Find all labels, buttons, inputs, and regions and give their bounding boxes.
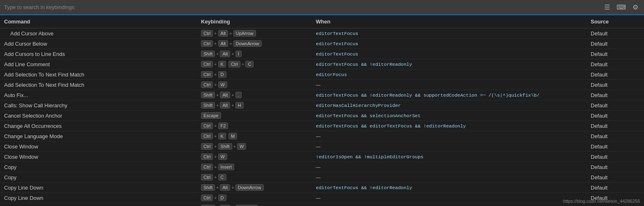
source-col: Default xyxy=(591,113,640,119)
command-label: Add Line Comment xyxy=(4,61,50,67)
command-col: ✎Add Cursor Above xyxy=(4,30,201,37)
table-row[interactable]: Copy Line DownShift+Alt+DownArroweditorT… xyxy=(0,183,644,193)
table-row[interactable]: Auto Fix...Shift+Alt+.editorTextFocus &&… xyxy=(0,90,644,100)
when-col: — xyxy=(316,144,591,149)
table-row[interactable]: ✎Add Cursor AboveCtrl+Alt+UpArroweditorT… xyxy=(0,28,644,39)
key-badge: Alt xyxy=(220,92,230,98)
key-badge: Ctrl xyxy=(201,194,213,201)
key-badge: Ctrl xyxy=(201,123,213,129)
toolbar-right: ☰ ⌨ ⚙ xyxy=(603,2,640,12)
key-badge: UpArrow xyxy=(233,30,256,37)
key-badge: DownArrow xyxy=(233,40,262,47)
key-separator: + xyxy=(214,195,217,200)
key-separator: + xyxy=(214,154,217,159)
command-label: Change Language Mode xyxy=(4,133,63,139)
source-col: Default xyxy=(591,30,640,37)
key-badge: Escape xyxy=(201,112,221,119)
key-badge: Ctrl xyxy=(201,30,213,37)
table-row[interactable]: CopyCtrl+C—Default xyxy=(0,172,644,183)
key-separator: + xyxy=(216,51,219,56)
keybinding-cell: Shift+Alt+H xyxy=(201,102,316,109)
key-badge: Shift xyxy=(201,184,215,191)
when-col: — xyxy=(316,175,591,180)
command-label: Add Selection To Next Find Match xyxy=(4,72,84,78)
table-row[interactable]: Add Cursors to Line EndsShift+Alt+Iedito… xyxy=(0,49,644,59)
header-command: Command xyxy=(4,19,201,25)
key-badge: Shift xyxy=(218,143,232,150)
key-badge: Shift xyxy=(201,92,215,98)
command-col: Close Window xyxy=(4,154,201,160)
header-source: Source xyxy=(591,19,640,25)
table-row[interactable]: Close WindowCtrl+Shift+W—Default xyxy=(0,141,644,152)
keybinding-cell: Ctrl+Insert xyxy=(201,164,316,170)
settings-icon[interactable]: ⚙ xyxy=(631,2,640,12)
sort-icon[interactable]: ☰ xyxy=(603,2,612,12)
key-badge: F2 xyxy=(218,123,228,129)
table-row[interactable]: Add Selection To Next Find MatchCtrl+Ded… xyxy=(0,69,644,80)
command-col: Change Language Mode xyxy=(4,133,201,139)
key-badge: K xyxy=(218,133,226,139)
key-separator: + xyxy=(233,144,236,149)
command-col: Copy xyxy=(4,164,201,170)
keybinding-cell: Ctrl+W xyxy=(201,81,316,88)
key-separator: + xyxy=(214,31,217,36)
command-label: Cancel Selection Anchor xyxy=(4,113,62,119)
key-badge: C xyxy=(218,174,226,181)
command-col: Copy Line Down xyxy=(4,195,201,201)
source-col: Default xyxy=(591,61,640,67)
source-col: Default xyxy=(591,185,640,191)
table-row[interactable]: Copy Line DownCtrl+D—Default xyxy=(0,193,644,203)
keybinding-cell: Ctrl+K M xyxy=(201,133,316,139)
table-row[interactable]: Add Selection To Next Find MatchCtrl+W—D… xyxy=(0,80,644,90)
when-col: — xyxy=(316,134,591,139)
key-badge: Ctrl xyxy=(201,81,213,88)
table-row[interactable]: Change Language ModeCtrl+K M—Default xyxy=(0,131,644,141)
table-row[interactable]: Cancel Selection AnchorEscapeeditorTextF… xyxy=(0,111,644,121)
command-label: Calls: Show Call Hierarchy xyxy=(4,102,67,109)
when-col: editorHasCallHierarchyProvider xyxy=(316,103,591,108)
when-col: editorTextFocus xyxy=(316,51,591,57)
table-row[interactable]: Close WindowCtrl+W!editorIsOpen && !mult… xyxy=(0,152,644,162)
watermark: https://blog.csdn.net/weixin_44286256 xyxy=(563,199,640,204)
source-col: Default xyxy=(591,174,640,181)
command-label: Copy xyxy=(4,174,16,181)
key-badge: Alt xyxy=(220,184,230,191)
when-col: — xyxy=(316,195,591,200)
keybinding-cell: Ctrl+C xyxy=(201,174,316,181)
table-row[interactable]: Add Cursor BelowCtrl+Alt+DownArroweditor… xyxy=(0,39,644,49)
key-badge: Ctrl xyxy=(201,133,213,139)
source-col: Default xyxy=(591,144,640,150)
keybinding-cell: Ctrl+Shift+W xyxy=(201,143,316,150)
command-col: Change All Occurrences xyxy=(4,123,201,129)
table-row[interactable]: Copy Line UpShift+Alt+UpArroweditorTextF… xyxy=(0,203,644,206)
keybindings-panel: ☰ ⌨ ⚙ Command Keybinding When Source ✎Ad… xyxy=(0,0,644,206)
keybinding-cell: Ctrl+D xyxy=(201,194,316,201)
key-separator: + xyxy=(231,93,234,97)
search-input[interactable] xyxy=(4,4,598,10)
table-row[interactable]: Calls: Show Call HierarchyShift+Alt+Hedi… xyxy=(0,100,644,111)
key-badge: Alt xyxy=(220,102,230,109)
key-badge: I xyxy=(235,51,242,57)
keybinding-cell: Escape xyxy=(201,112,316,119)
key-separator: + xyxy=(214,164,217,169)
key-badge: Alt xyxy=(218,40,228,47)
key-separator: + xyxy=(229,41,232,46)
search-bar: ☰ ⌨ ⚙ xyxy=(0,0,644,15)
table-row[interactable]: Change All OccurrencesCtrl+F2editorTextF… xyxy=(0,121,644,131)
key-separator: + xyxy=(216,185,219,190)
keybinding-cell: Ctrl+W xyxy=(201,153,316,160)
header-keybinding: Keybinding xyxy=(201,19,316,25)
table-row[interactable]: CopyCtrl+Insert—Default xyxy=(0,162,644,172)
key-badge: . xyxy=(235,92,242,98)
keybindings-icon[interactable]: ⌨ xyxy=(615,2,628,12)
key-badge: K xyxy=(218,61,226,67)
key-badge: Ctrl xyxy=(201,143,213,150)
header-when: When xyxy=(316,19,591,25)
key-badge: D xyxy=(218,194,226,201)
table-row[interactable]: Add Line CommentCtrl+K Ctrl+CeditorTextF… xyxy=(0,59,644,69)
key-badge: Insert xyxy=(218,164,235,170)
keybinding-cell: Shift+Alt+. xyxy=(201,92,316,98)
command-col: Close Window xyxy=(4,144,201,150)
key-separator: + xyxy=(214,123,217,128)
key-separator: + xyxy=(229,31,232,36)
